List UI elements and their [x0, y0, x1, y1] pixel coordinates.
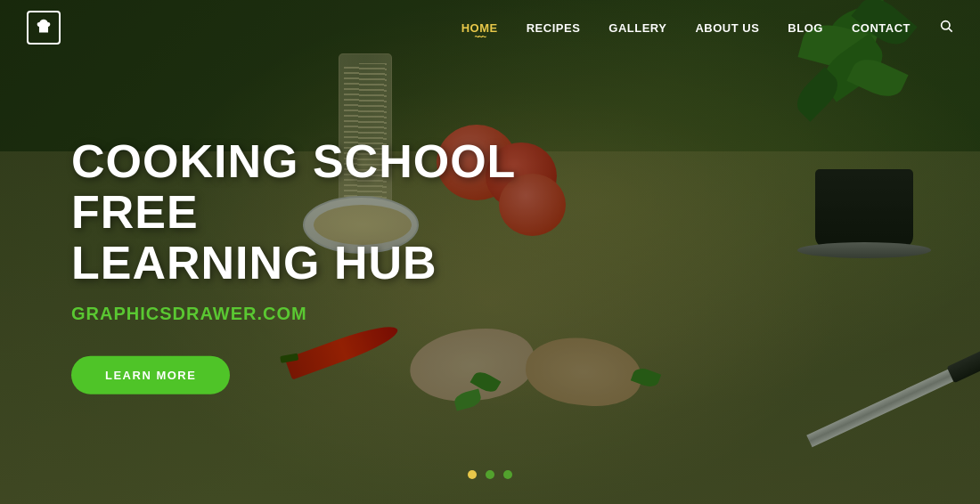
slider-dot-2[interactable] — [486, 470, 494, 479]
hero-title: COOKING SCHOOL FREE LEARNING HUB — [71, 136, 588, 289]
nav-item-recipes[interactable]: RECIPES — [527, 21, 581, 35]
learn-more-button[interactable]: LEARN MORE — [71, 355, 230, 394]
slider-dots — [468, 470, 512, 479]
nav-item-home[interactable]: HOME ~~~ — [461, 21, 498, 35]
search-svg — [939, 19, 953, 33]
slider-dot-3[interactable] — [503, 470, 512, 479]
nav-links: HOME ~~~ RECIPES GALLERY ABOUT US BLOG C… — [461, 19, 953, 37]
navbar: HOME ~~~ RECIPES GALLERY ABOUT US BLOG C… — [0, 0, 980, 55]
hero-section: HOME ~~~ RECIPES GALLERY ABOUT US BLOG C… — [0, 0, 980, 504]
svg-point-0 — [942, 21, 950, 29]
nav-item-about[interactable]: ABOUT US — [695, 21, 759, 35]
logo — [27, 11, 61, 45]
slider-dot-1[interactable] — [468, 470, 477, 479]
nav-underline: ~~~ — [474, 32, 485, 42]
nav-item-gallery[interactable]: GALLERY — [608, 21, 666, 35]
chef-hat-icon — [27, 11, 61, 45]
svg-line-1 — [949, 28, 952, 32]
hero-content: COOKING SCHOOL FREE LEARNING HUB GRAPHIC… — [71, 136, 588, 394]
nav-item-blog[interactable]: BLOG — [788, 21, 823, 35]
chef-hat-svg — [34, 18, 53, 37]
nav-item-contact[interactable]: CONTACT — [852, 21, 911, 35]
search-icon[interactable] — [939, 19, 953, 37]
hero-subtitle: GRAPHICSDRAWER.COM — [71, 303, 588, 323]
